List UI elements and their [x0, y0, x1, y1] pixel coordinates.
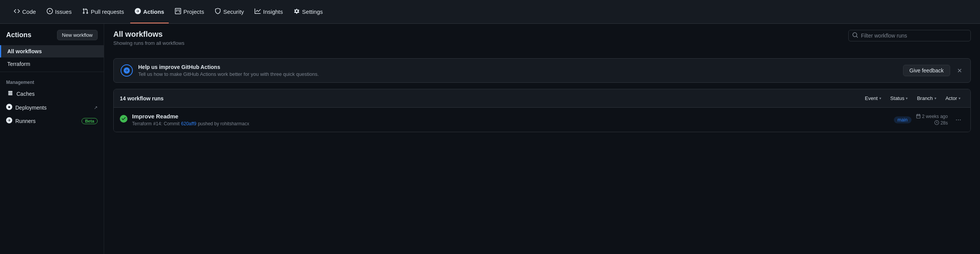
success-status-icon	[120, 115, 127, 125]
duration-row: 28s	[934, 120, 948, 126]
workflow-runs-section: 14 workflow runs Event ▾ Status ▾ Branch…	[113, 89, 971, 132]
sidebar-item-caches[interactable]: Caches	[0, 87, 104, 100]
give-feedback-button[interactable]: Give feedback	[903, 65, 951, 76]
security-icon	[215, 8, 221, 15]
nav-projects[interactable]: Projects	[170, 5, 209, 18]
nav-actions[interactable]: Actions	[130, 5, 169, 18]
runners-beta-badge: Beta	[82, 118, 98, 124]
runners-label: Runners	[15, 118, 36, 124]
workflow-run-meta: Terraform #14: Commit 620aff9 pushed by …	[132, 121, 886, 126]
nav-projects-label: Projects	[183, 8, 204, 15]
commit-label: Commit	[164, 121, 180, 126]
time-ago-value: 2 weeks ago	[922, 114, 948, 119]
nav-pr-label: Pull requests	[91, 8, 124, 15]
sidebar-item-deployments[interactable]: Deployments ↗	[0, 101, 104, 114]
status-chevron-icon: ▾	[906, 96, 908, 100]
commit-meta: pushed by rohitsharmacx	[198, 121, 249, 126]
main-top-row: All workflows Showing runs from all work…	[113, 30, 971, 52]
branch-badge: main	[894, 116, 911, 123]
sidebar: Actions New workflow All workflows Terra…	[0, 24, 104, 254]
external-link-icon: ↗	[94, 105, 98, 110]
nav-issues-label: Issues	[55, 8, 72, 15]
sidebar-item-runners[interactable]: Runners Beta	[0, 114, 104, 128]
main-title-area: All workflows Showing runs from all work…	[113, 30, 185, 52]
commit-sha-link[interactable]: 620aff9	[181, 121, 196, 126]
branch-chevron-icon: ▾	[934, 96, 936, 100]
time-ago-row: 2 weeks ago	[916, 114, 948, 120]
feedback-description: Tell us how to make GitHub Actions work …	[138, 71, 898, 77]
run-number: #14:	[153, 121, 162, 126]
new-workflow-button[interactable]: New workflow	[57, 30, 98, 40]
nav-insights[interactable]: Insights	[250, 5, 287, 18]
workflow-label: Terraform	[132, 121, 152, 126]
feedback-title: Help us improve GitHub Actions	[138, 64, 898, 70]
table-row[interactable]: Improve Readme Terraform #14: Commit 620…	[114, 108, 970, 132]
runners-left: Runners	[6, 117, 36, 125]
feedback-banner: Help us improve GitHub Actions Tell us h…	[113, 58, 971, 83]
actions-icon	[135, 8, 141, 15]
filter-search-wrapper	[848, 30, 971, 41]
calendar-icon	[916, 114, 921, 120]
sidebar-item-terraform[interactable]: Terraform	[0, 58, 104, 70]
search-icon	[852, 32, 858, 39]
deployments-label: Deployments	[15, 105, 47, 111]
status-filter-button[interactable]: Status ▾	[887, 94, 912, 103]
management-section-label: Management	[0, 74, 104, 87]
code-icon	[14, 8, 20, 15]
terraform-label: Terraform	[7, 61, 30, 67]
actor-filter-button[interactable]: Actor ▾	[942, 94, 964, 103]
nav-issues[interactable]: Issues	[42, 5, 76, 18]
nav-insights-label: Insights	[263, 8, 283, 15]
workflow-run-info: Improve Readme Terraform #14: Commit 620…	[132, 113, 886, 126]
deployments-icon	[6, 104, 12, 111]
nav-settings[interactable]: Settings	[289, 5, 327, 18]
workflow-runs-header: 14 workflow runs Event ▾ Status ▾ Branch…	[114, 89, 970, 108]
event-chevron-icon: ▾	[879, 96, 881, 100]
actor-chevron-icon: ▾	[959, 96, 960, 100]
insights-icon	[255, 8, 261, 15]
nav-code[interactable]: Code	[9, 5, 41, 18]
sidebar-item-all-workflows[interactable]: All workflows	[0, 45, 104, 57]
clock-icon	[934, 120, 939, 126]
workflow-runs-count: 14 workflow runs	[120, 95, 163, 102]
settings-icon	[294, 8, 300, 15]
nav-security-label: Security	[223, 8, 244, 15]
top-navigation: Code Issues Pull requests Actions	[0, 0, 980, 24]
feedback-text-area: Help us improve GitHub Actions Tell us h…	[138, 64, 898, 77]
all-workflows-label: All workflows	[7, 48, 42, 54]
page-layout: Actions New workflow All workflows Terra…	[0, 24, 980, 254]
workflow-run-name: Improve Readme	[132, 113, 886, 120]
sidebar-title: Actions	[6, 31, 31, 39]
issue-icon	[47, 8, 53, 15]
workflow-run-more-button[interactable]: ···	[952, 114, 964, 125]
nav-security[interactable]: Security	[210, 5, 248, 18]
branch-filter-button[interactable]: Branch ▾	[913, 94, 940, 103]
duration-value: 28s	[941, 120, 948, 126]
runners-icon	[6, 117, 12, 125]
close-feedback-banner-button[interactable]: ✕	[956, 66, 964, 76]
feedback-actions-icon	[121, 64, 133, 77]
caches-label: Caches	[16, 91, 34, 97]
main-content: All workflows Showing runs from all work…	[104, 24, 980, 254]
nav-code-label: Code	[22, 8, 36, 15]
nav-actions-label: Actions	[143, 8, 164, 15]
page-title: All workflows	[113, 30, 185, 39]
workflow-timing: 2 weeks ago 28s	[916, 114, 948, 126]
filter-workflow-runs-input[interactable]	[848, 30, 971, 41]
projects-icon	[175, 8, 181, 15]
page-subtitle: Showing runs from all workflows	[113, 40, 185, 46]
event-filter-button[interactable]: Event ▾	[861, 94, 885, 103]
filter-buttons-group: Event ▾ Status ▾ Branch ▾ Actor ▾	[861, 94, 964, 103]
deployments-left: Deployments	[6, 104, 47, 111]
pr-icon	[82, 8, 88, 15]
sidebar-header: Actions New workflow	[0, 30, 104, 45]
nav-pull-requests[interactable]: Pull requests	[78, 5, 129, 18]
nav-settings-label: Settings	[302, 8, 323, 15]
cache-icon	[7, 90, 13, 97]
